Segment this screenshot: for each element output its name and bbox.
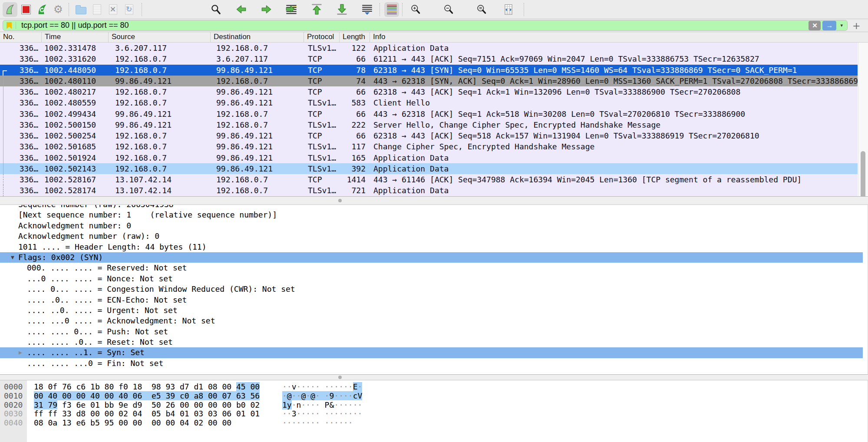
detail-line[interactable]: .... 0... .... = Congestion Window Reduc… — [0, 284, 863, 294]
stop-capture-button[interactable] — [19, 2, 33, 17]
filter-bookmark-icon[interactable] — [7, 22, 12, 29]
open-file-button[interactable] — [73, 2, 88, 17]
close-file-button[interactable]: ✕ — [106, 2, 120, 17]
column-header-destination[interactable]: Destination — [211, 32, 304, 42]
restart-capture-button[interactable] — [35, 2, 50, 17]
column-header-protocol[interactable]: Protocol — [304, 32, 340, 42]
detail-line[interactable]: 000. .... .... = Reserved: Not set — [0, 263, 863, 273]
hex-bytes[interactable]: 08 0a 13 e6 b5 95 00 00 00 00 04 02 00 0… — [27, 419, 231, 428]
packet-list-scrollbar[interactable] — [858, 43, 868, 196]
packet-row[interactable]: 336…1002.448050192.168.0.799.86.49.121TC… — [0, 65, 858, 76]
column-header-length[interactable]: Length — [340, 32, 370, 42]
column-header-info[interactable]: Info — [370, 32, 868, 42]
hex-row[interactable]: 002031 79 f3 6e 01 bb 9e d9 50 26 00 00 … — [0, 401, 868, 410]
go-first-packet-button[interactable] — [309, 2, 324, 17]
ascii-bytes[interactable]: ··v····· ······E· — [282, 383, 362, 392]
go-last-packet-button[interactable] — [334, 2, 349, 17]
detail-line[interactable]: ▼Flags: 0x002 (SYN) — [0, 252, 863, 263]
detail-line[interactable]: .... ..0. .... = Urgent: Not set — [0, 305, 863, 316]
expander-closed-icon[interactable]: ▶ — [19, 347, 22, 358]
pane-splitter-top[interactable] — [0, 196, 868, 205]
hex-row[interactable]: 001000 40 00 00 40 00 40 06 e5 39 c0 a8 … — [0, 392, 868, 401]
filter-dropdown-caret[interactable]: ▾ — [840, 23, 843, 28]
detail-line[interactable]: ...0 .... .... = Nonce: Not set — [0, 274, 863, 284]
packet-row[interactable]: 336…1002.501685192.168.0.799.86.49.121TL… — [0, 141, 858, 152]
ascii-bytes[interactable]: ·@··@·@· ·9····cV — [282, 392, 362, 401]
cell-len: 222 — [340, 119, 370, 130]
go-back-button[interactable] — [234, 2, 248, 17]
auto-scroll-button[interactable] — [360, 2, 374, 17]
detail-line[interactable]: ▶.... .... ..1. = Syn: Set — [0, 347, 863, 358]
zoom-out-button[interactable] — [441, 2, 456, 17]
detail-line[interactable]: .... .... ...0 = Fin: Not set — [0, 358, 863, 369]
find-packet-button[interactable] — [208, 2, 223, 17]
ascii-bytes[interactable]: ··3····· ········ — [282, 409, 362, 419]
cell-time: 1002.528174 — [42, 185, 109, 196]
cell-time: 1002.480110 — [42, 76, 109, 86]
column-header-no[interactable]: No. — [0, 32, 42, 42]
detail-line[interactable]: .... .0.. .... = ECN-Echo: Not set — [0, 295, 863, 305]
cell-proto: TLSv1… — [304, 163, 340, 174]
packet-row[interactable]: 336…1002.480217192.168.0.799.86.49.121TC… — [0, 86, 858, 97]
resize-columns-button[interactable] — [501, 2, 516, 17]
packet-row[interactable]: 336…1002.500254192.168.0.799.86.49.121TC… — [0, 130, 858, 141]
hex-bytes[interactable]: 31 79 f3 6e 01 bb 9e d9 50 26 00 00 00 0… — [27, 401, 260, 410]
save-doc-icon — [93, 4, 101, 15]
packet-row[interactable]: 336…1002.480559192.168.0.799.86.49.121TL… — [0, 97, 858, 108]
cell-len: 122 — [340, 43, 370, 53]
cell-proto: TCP — [304, 109, 340, 119]
column-header-time[interactable]: Time — [42, 32, 109, 42]
colorize-packets-button[interactable] — [384, 2, 399, 17]
zoom-original-button[interactable] — [474, 2, 489, 17]
detail-line[interactable]: .... .... 0... = Push: Not set — [0, 327, 863, 337]
scrollbar-thumb[interactable] — [861, 151, 865, 203]
detail-line[interactable]: .... ...0 .... = Acknowledgment: Not set — [0, 316, 863, 326]
pane-splitter-bottom[interactable] — [0, 374, 868, 380]
hex-bytes[interactable]: 00 40 00 00 40 00 40 06 e5 39 c0 a8 00 0… — [27, 392, 260, 401]
filter-clear-button[interactable]: ✕ — [809, 21, 821, 30]
capture-options-button[interactable]: ⚙ — [51, 2, 66, 17]
gear-icon: ⚙ — [53, 4, 63, 15]
add-filter-button-plus[interactable]: ＋ — [851, 20, 862, 31]
packet-row[interactable]: 336…1002.52817413.107.42.14192.168.0.7TL… — [0, 185, 858, 196]
packet-row[interactable]: 336…1002.49943499.86.49.121192.168.0.7TC… — [0, 109, 858, 119]
colorize-icon — [386, 3, 398, 15]
go-to-packet-button[interactable] — [284, 2, 299, 17]
stream-marker — [0, 109, 8, 119]
detail-line[interactable]: Acknowledgment number: 0 — [0, 221, 863, 231]
expander-open-icon[interactable]: ▼ — [11, 252, 14, 263]
display-filter-input[interactable]: tcp.port == 80 || udp.port == 80 ✕ → ▾ — [3, 20, 848, 31]
hex-row[interactable]: 0030ff ff 33 d8 00 00 02 04 05 b4 01 03 … — [0, 409, 868, 419]
packet-row[interactable]: 336…1002.501924192.168.0.799.86.49.121TL… — [0, 152, 858, 163]
cell-src: 192.168.0.7 — [109, 130, 211, 141]
packet-row[interactable]: 336…1002.50015099.86.49.121192.168.0.7TL… — [0, 119, 858, 130]
detail-line[interactable]: .... .... .0.. = Reset: Not set — [0, 337, 863, 347]
detail-line[interactable]: [Next sequence number: 1 (relative seque… — [0, 210, 863, 220]
auto-scroll-icon — [361, 3, 373, 15]
column-header-source[interactable]: Source — [109, 32, 211, 42]
hex-bytes[interactable]: ff ff 33 d8 00 00 02 04 05 b4 01 03 03 0… — [27, 409, 260, 419]
hex-row[interactable]: 000018 0f 76 c6 1b 80 f0 18 98 93 d7 d1 … — [0, 383, 868, 392]
detail-line[interactable]: Sequence number (raw): 2663041938 — [0, 205, 863, 210]
packet-row[interactable]: 336…1002.331620192.168.0.73.6.207.117TCP… — [0, 53, 858, 64]
zoom-in-button[interactable] — [408, 2, 423, 17]
ascii-bytes[interactable]: 1y·n···· P&······ — [282, 401, 362, 410]
hex-row[interactable]: 004008 0a 13 e6 b5 95 00 00 00 00 04 02 … — [0, 419, 868, 428]
start-capture-button[interactable] — [3, 2, 17, 17]
reload-file-button[interactable]: ↻ — [122, 2, 136, 17]
stream-marker — [0, 97, 8, 108]
cell-dst: 192.168.0.7 — [211, 109, 304, 119]
cell-proto: TLSv1… — [304, 141, 340, 152]
packet-row[interactable]: 336…1002.3314783.6.207.117192.168.0.7TLS… — [0, 43, 858, 53]
packet-row[interactable]: 336…1002.48011099.86.49.121192.168.0.7TC… — [0, 76, 858, 86]
filter-text[interactable]: tcp.port == 80 || udp.port == 80 — [21, 21, 129, 30]
hex-bytes[interactable]: 18 0f 76 c6 1b 80 f0 18 98 93 d7 d1 08 0… — [27, 383, 260, 392]
go-forward-button[interactable] — [259, 2, 274, 17]
ascii-bytes[interactable]: ········ ······ — [282, 419, 353, 428]
detail-line[interactable]: Acknowledgment number (raw): 0 — [0, 231, 863, 241]
packet-row[interactable]: 336…1002.52816713.107.42.14192.168.0.7TC… — [0, 174, 858, 185]
detail-line[interactable]: 1011 .... = Header Length: 44 bytes (11) — [0, 242, 863, 252]
save-file-button[interactable] — [89, 2, 104, 17]
packet-row[interactable]: 336…1002.502143192.168.0.799.86.49.121TL… — [0, 163, 858, 174]
filter-apply-button[interactable]: → — [822, 21, 836, 30]
